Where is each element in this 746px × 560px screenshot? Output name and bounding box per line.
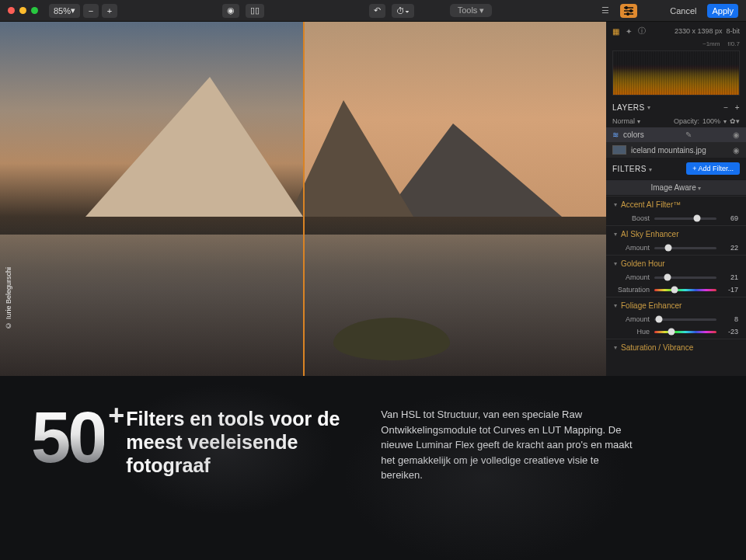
layer-settings-icon[interactable]: ✿▾ [730,117,740,125]
compare-icon[interactable]: ▯▯ [246,4,264,18]
param-label: Hue [614,328,650,336]
param-value: 22 [721,244,738,252]
image-dimensions: 2330 x 1398 px 8-bit [675,27,740,35]
svg-point-0 [626,6,628,9]
layers-header[interactable]: LAYERS▾ − + [606,100,746,115]
right-sidebar: ▦ ✦ ⓘ 2330 x 1398 px 8-bit ~1mmf/0.7 LAY… [606,22,746,376]
svg-point-1 [630,9,633,12]
apply-button[interactable]: Apply [707,4,738,18]
navigator-tab-icon[interactable]: ✦ [626,27,632,36]
window-controls[interactable] [8,7,38,14]
layer-row-adjustment[interactable]: ≋ colors ✎ ◉ [606,127,746,142]
param-slider[interactable] [654,318,716,321]
marketing-number: 50+ [31,407,104,468]
add-filter-button[interactable]: + Add Filter... [686,162,740,175]
close-window-icon[interactable] [8,7,15,14]
filter-param: Amount8 [606,314,746,326]
brush-icon[interactable]: ✎ [685,130,692,139]
tools-dropdown[interactable]: Tools ▾ [450,4,493,17]
zoom-out-button[interactable]: − [83,4,99,18]
param-value: -23 [721,328,738,336]
zoom-level[interactable]: 85% ▾ [49,4,80,18]
marketing-body: Van HSL tot Structuur, van een speciale … [381,407,637,483]
presets-icon[interactable]: ☰ [597,4,614,18]
zoom-in-button[interactable]: + [102,4,117,18]
param-slider[interactable] [654,331,716,333]
marketing-headline: Filters en tools voor de meest veeleisen… [126,407,359,477]
history-icon[interactable]: ⏱▾ [392,4,414,18]
param-label: Amount [614,315,650,323]
workspace-preset-dropdown[interactable]: Image Aware ▾ [606,179,746,196]
image-canvas[interactable]: © Iurie Belegurschi [0,22,606,376]
param-value: 8 [721,315,738,323]
filter-param: Saturation-17 [606,284,746,297]
preview-icon[interactable]: ◉ [222,4,239,18]
param-label: Amount [614,244,650,252]
image-credit: © Iurie Belegurschi [5,267,12,329]
adjustment-layer-icon: ≋ [612,130,619,139]
histogram-tab-icon[interactable]: ▦ [612,27,619,36]
param-slider[interactable] [654,217,716,220]
layer-name: colors [623,130,644,139]
layer-row-image[interactable]: iceland mountains.jpg ◉ [606,142,746,158]
param-label: Boost [614,214,650,222]
filter-title[interactable]: Accent AI Filter™ [606,197,746,213]
filter-title[interactable]: Foliage Enhancer [606,297,746,314]
param-value: 21 [721,273,738,281]
minimize-window-icon[interactable] [19,7,26,14]
layer-blend-controls[interactable]: Normal▾ Opacity: 100%▾ ✿▾ [606,115,746,127]
undo-icon[interactable]: ↶ [369,4,385,18]
marketing-banner: 50+ Filters en tools voor de meest veele… [0,376,746,560]
filters-header[interactable]: FILTERS▾ [612,165,652,173]
before-after-divider[interactable] [303,22,305,376]
visibility-icon[interactable]: ◉ [733,146,740,155]
param-label: Saturation [614,286,650,294]
app-window: 85% ▾ − + ◉ ▯▯ ↶ ⏱▾ Tools ▾ ☰ Cancel App… [0,0,746,376]
adjust-panel-icon[interactable] [620,4,637,18]
visibility-icon[interactable]: ◉ [733,130,740,139]
param-value: -17 [721,286,738,294]
filter-param: Amount21 [606,272,746,284]
layer-name: iceland mountains.jpg [631,146,706,155]
filter-title[interactable]: Golden Hour [606,256,746,272]
filter-param: Hue-23 [606,326,746,339]
param-value: 69 [721,214,738,222]
maximize-window-icon[interactable] [31,7,38,14]
param-slider[interactable] [654,247,716,249]
add-layer-icon[interactable]: + [735,103,740,112]
cancel-button[interactable]: Cancel [665,4,701,18]
param-slider[interactable] [654,289,716,291]
svg-point-2 [627,12,629,15]
filter-title[interactable]: Saturation / Vibrance [606,339,746,356]
filter-param: Amount22 [606,242,746,255]
toolbar: 85% ▾ − + ◉ ▯▯ ↶ ⏱▾ Tools ▾ ☰ Cancel App… [0,0,746,22]
exif-info: ~1mmf/0.7 [606,40,746,47]
info-tab-icon[interactable]: ⓘ [638,26,646,37]
filter-param: Boost69 [606,213,746,225]
layer-thumbnail [612,145,626,155]
histogram[interactable] [612,50,740,96]
filter-title[interactable]: AI Sky Enhancer [606,226,746,242]
param-slider[interactable] [654,277,716,279]
param-label: Amount [614,273,650,281]
collapse-layer-icon[interactable]: − [723,103,728,112]
